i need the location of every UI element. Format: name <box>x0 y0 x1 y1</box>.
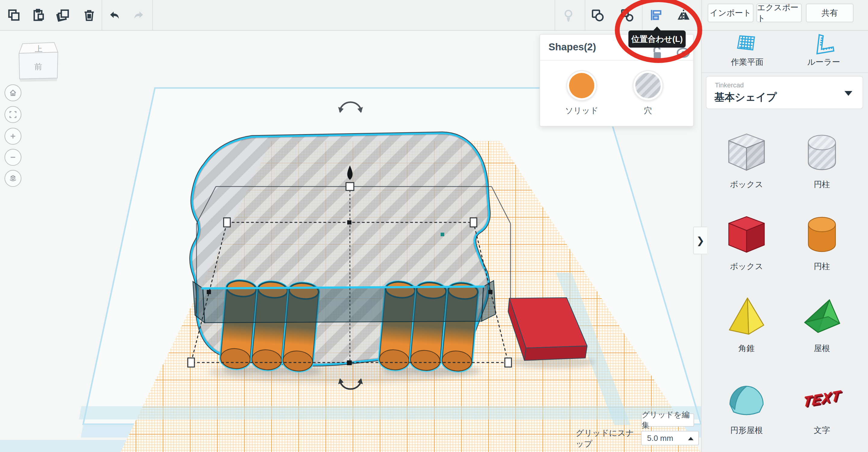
workplane-edge-band <box>79 406 701 419</box>
copy-button[interactable] <box>7 8 21 22</box>
show-all-button[interactable] <box>561 8 576 22</box>
redo-button[interactable] <box>131 8 146 22</box>
snap-grid-select[interactable]: 5.0 mm <box>641 431 699 445</box>
top-toolbar: インポート エクスポート 共有 <box>0 0 868 31</box>
redo-icon <box>132 8 146 22</box>
hole-box-icon <box>724 130 769 175</box>
eye-icon[interactable] <box>676 47 690 59</box>
ruler-label: ルーラー <box>789 57 858 67</box>
home-icon <box>8 88 18 97</box>
fit-view-icon <box>8 110 18 119</box>
home-view-button[interactable] <box>4 85 22 101</box>
edit-grid-button[interactable]: グリッドを編集 <box>641 413 694 427</box>
hole-swatch <box>635 73 661 98</box>
ruler-tool[interactable]: ルーラー <box>789 33 858 67</box>
view-cube[interactable]: 上 前 <box>17 41 62 85</box>
align-tooltip-text: 位置合わせ(L) <box>631 34 683 44</box>
solid-swatch <box>569 73 594 98</box>
workplane-tool[interactable]: 作業平面 <box>712 33 782 67</box>
edge-handle <box>488 290 493 294</box>
selection-panel: Shapes(2) ソリッド 穴 <box>539 34 694 127</box>
lock-icon[interactable] <box>650 45 664 60</box>
solid-label: ソリッド <box>555 105 609 116</box>
import-button[interactable]: インポート <box>708 4 753 22</box>
duplicate-button[interactable] <box>56 8 70 22</box>
paste-button[interactable] <box>31 8 45 22</box>
toolbar-divider <box>642 0 643 30</box>
shape-label: 円柱 <box>784 179 860 190</box>
trash-icon <box>82 8 96 22</box>
align-icon <box>649 8 663 22</box>
flip-button[interactable] <box>676 8 691 22</box>
shape-label: 文字 <box>784 425 860 436</box>
shape-round-roof[interactable]: 円形屋根 <box>709 373 784 448</box>
corner-handle <box>188 358 194 367</box>
zoom-out-button[interactable] <box>4 149 22 166</box>
text-shape-icon: TEXT <box>802 387 841 410</box>
hole-cylinder-icon <box>799 130 844 175</box>
corner-handle <box>470 218 477 227</box>
tooltip-arrow <box>653 27 661 31</box>
shape-hole-box[interactable]: ボックス <box>709 127 784 202</box>
chevron-right-icon: ❯ <box>696 235 705 246</box>
delete-button[interactable] <box>82 8 96 22</box>
shape-label: 角錐 <box>709 343 784 354</box>
ungroup-icon <box>620 8 634 22</box>
view-cube-front-label[interactable]: 前 <box>34 62 42 71</box>
chevron-down-icon <box>844 91 852 96</box>
sidebar-divider <box>702 72 868 73</box>
perspective-cube-icon <box>8 174 18 183</box>
hole-label: 穴 <box>621 105 675 116</box>
group-button[interactable] <box>590 8 604 22</box>
hole-option[interactable]: 穴 <box>621 70 675 116</box>
toolbar-divider <box>555 0 555 30</box>
group-icon <box>590 8 604 22</box>
toolbar-divider <box>701 0 702 30</box>
height-handle <box>346 183 354 190</box>
zoom-in-button[interactable] <box>4 128 22 144</box>
shape-label: 屋根 <box>784 343 860 354</box>
shape-label: 円柱 <box>784 261 860 272</box>
selection-panel-title: Shapes(2) <box>549 41 596 53</box>
fit-view-button[interactable] <box>4 106 22 123</box>
flip-icon <box>676 8 691 22</box>
edge-handle <box>347 220 351 225</box>
snap-grid-value: 5.0 mm <box>647 433 673 443</box>
edge-handle <box>347 360 352 365</box>
edge-handle <box>207 290 211 294</box>
snap-grid-label: グリッドにスナップ <box>576 431 638 445</box>
corner-handle <box>505 358 512 367</box>
shape-orange-cylinder[interactable]: 円柱 <box>784 208 860 284</box>
red-box-icon <box>724 212 769 257</box>
view-cube-top-label[interactable]: 上 <box>35 44 42 53</box>
round-roof-icon <box>724 376 769 421</box>
chevron-up-icon <box>688 437 693 440</box>
pyramid-icon <box>724 294 769 339</box>
shape-label: ボックス <box>709 261 784 272</box>
shape-hole-cylinder[interactable]: 円柱 <box>784 127 860 202</box>
ungroup-button[interactable] <box>620 8 634 22</box>
export-button[interactable]: エクスポート <box>756 4 802 22</box>
toolbar-divider <box>152 0 153 30</box>
plus-icon <box>8 132 18 141</box>
solid-option[interactable]: ソリッド <box>555 70 609 116</box>
corner-handle <box>224 218 230 227</box>
toolbar-divider <box>585 0 585 30</box>
shape-roof[interactable]: 屋根 <box>784 290 860 366</box>
toolbar-divider <box>101 0 102 30</box>
align-button[interactable] <box>649 8 663 22</box>
minus-icon <box>8 153 18 162</box>
library-brand: Tinkercad <box>715 82 744 89</box>
align-tooltip: 位置合わせ(L) <box>628 30 686 47</box>
share-button[interactable]: 共有 <box>806 4 854 22</box>
sidebar-collapse-tab[interactable]: ❯ <box>693 227 707 254</box>
copy-icon <box>7 8 21 22</box>
shape-library-dropdown[interactable]: Tinkercad 基本シェイプ <box>706 76 863 109</box>
undo-button[interactable] <box>107 8 122 22</box>
duplicate-icon <box>56 8 70 22</box>
shapes-sidebar: 作業平面 ルーラー Tinkercad 基本シェイプ ボックス 円柱 <box>701 30 868 452</box>
shape-pyramid[interactable]: 角錐 <box>709 290 784 366</box>
perspective-toggle-button[interactable] <box>4 170 22 187</box>
shape-red-box[interactable]: ボックス <box>709 208 784 284</box>
shape-text[interactable]: TEXT 文字 <box>784 373 860 448</box>
